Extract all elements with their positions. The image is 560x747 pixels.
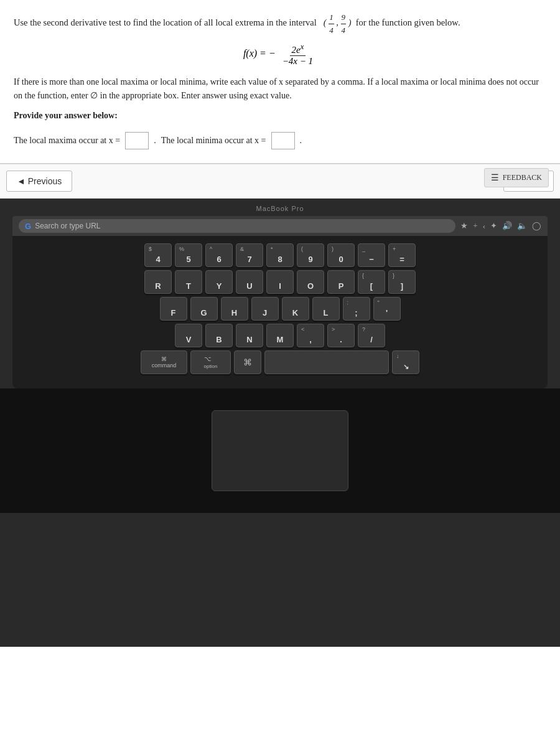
key-v[interactable]: V (175, 324, 202, 347)
macbook-label: MacBook Pro (256, 205, 304, 212)
key-f[interactable]: F (160, 297, 187, 321)
laptop-area: MacBook Pro G Search or type URL ★ + ‹ ✦… (0, 199, 560, 647)
key-gt[interactable]: > . (327, 324, 355, 347)
interval-den2: 4 (341, 24, 347, 37)
navigation-bar: ◄ Previous Next ► (0, 164, 560, 199)
key-j[interactable]: J (251, 297, 279, 321)
key-r[interactable]: R (144, 270, 172, 294)
interval-den1: 4 (329, 24, 334, 37)
key-rbrace[interactable]: } ] (388, 270, 416, 294)
formula-numerator: 2ex (290, 42, 306, 56)
bottom-area (0, 388, 560, 513)
question-area: Use the second derivative test to find t… (0, 0, 560, 164)
local-max-input[interactable] (125, 132, 149, 149)
key-equals[interactable]: + = (388, 243, 416, 267)
key-backslash[interactable]: ↓ ↘ (392, 350, 419, 374)
key-lt[interactable]: < , (297, 324, 324, 347)
period: . (300, 136, 302, 146)
feedback-label: FEEDBACK (503, 173, 542, 182)
search-text: Search or type URL (35, 222, 100, 230)
browser-search-bar[interactable]: G Search or type URL (19, 219, 455, 233)
key-option[interactable]: ⌥option (190, 350, 231, 374)
qwerty-row: R T Y U I O P { [ } ] (22, 270, 538, 294)
key-p[interactable]: P (327, 270, 355, 294)
key-6[interactable]: ^ 6 (205, 243, 233, 267)
volume-icon[interactable]: 🔊 (502, 221, 512, 231)
answer-row: The local maxima occur at x = . The loca… (14, 132, 546, 149)
browser-bar: G Search or type URL ★ + ‹ ✦ 🔊 🔈 ◯ (12, 216, 548, 236)
instruction-text: If there is more than one local maxima o… (14, 75, 546, 102)
key-colon[interactable]: : ; (343, 297, 370, 321)
interval-num1: 1 (329, 11, 334, 24)
key-lbrace[interactable]: { [ (358, 270, 385, 294)
key-l[interactable]: L (312, 297, 340, 321)
key-y[interactable]: Y (205, 270, 233, 294)
number-row: $ 4 % 5 ^ 6 & 7 * 8 (22, 243, 538, 267)
star-icon[interactable]: ★ (460, 221, 468, 231)
profile-icon[interactable]: ◯ (532, 221, 541, 231)
key-cmd-symbol[interactable]: ⌘ (234, 350, 261, 374)
key-5[interactable]: % 5 (175, 243, 202, 267)
browser-actions: ★ + ‹ ✦ 🔊 🔈 ◯ (460, 221, 541, 231)
keyboard-area: $ 4 % 5 ^ 6 & 7 * 8 (12, 236, 548, 388)
question-intro: Use the second derivative test to find t… (14, 11, 546, 36)
key-question[interactable]: ? / (358, 324, 385, 347)
local-min-label: The local minima occur at x = (161, 136, 266, 146)
feedback-icon: ☰ (491, 172, 499, 183)
separator: . (154, 136, 156, 146)
key-4[interactable]: $ 4 (144, 243, 172, 267)
key-i[interactable]: I (266, 270, 294, 294)
key-quote[interactable]: " ' (373, 297, 401, 321)
back-icon[interactable]: ‹ (483, 221, 485, 231)
asdf-row: F G H J K L : ; " ' (22, 297, 538, 321)
local-max-label: The local maxima occur at x = (14, 136, 120, 146)
formula-display: f(x) = − 2ex −4x − 1 (14, 42, 546, 67)
zxcv-row: V B N M < , > . ? / (22, 324, 538, 347)
settings-icon[interactable]: ✦ (490, 221, 497, 231)
key-0[interactable]: ) 0 (327, 243, 355, 267)
interval-num2: 9 (341, 11, 347, 24)
bottom-row: ⌘command ⌥option ⌘ ↓ ↘ (22, 350, 538, 374)
intro-text: Use the second derivative test to find t… (14, 17, 317, 27)
key-space[interactable] (264, 350, 389, 374)
provide-label: Provide your answer below: (14, 111, 546, 121)
interval-notation: ( 1 4 , 9 4 ) (324, 17, 353, 27)
local-min-input[interactable] (271, 132, 295, 149)
trackpad[interactable] (212, 410, 348, 491)
key-m[interactable]: M (266, 324, 294, 347)
google-icon: G (25, 222, 31, 231)
key-t[interactable]: T (175, 270, 202, 294)
mute-icon[interactable]: 🔈 (517, 221, 527, 231)
key-command-left[interactable]: ⌘command (141, 350, 187, 374)
feedback-button[interactable]: ☰ FEEDBACK (484, 168, 549, 187)
key-7[interactable]: & 7 (236, 243, 263, 267)
key-9[interactable]: ( 9 (297, 243, 324, 267)
plus-icon[interactable]: + (473, 221, 477, 231)
key-g[interactable]: G (190, 297, 218, 321)
key-b[interactable]: B (205, 324, 233, 347)
previous-button[interactable]: ◄ Previous (6, 171, 72, 192)
question-suffix: for the function given below. (356, 17, 460, 27)
key-h[interactable]: H (221, 297, 248, 321)
formula-label: f(x) = − 2ex −4x − 1 (243, 48, 317, 59)
key-u[interactable]: U (236, 270, 263, 294)
key-8[interactable]: * 8 (266, 243, 294, 267)
key-minus[interactable]: _ − (358, 243, 385, 267)
key-k[interactable]: K (282, 297, 309, 321)
formula-denominator: −4x − 1 (281, 56, 315, 67)
key-n[interactable]: N (236, 324, 263, 347)
key-o[interactable]: O (297, 270, 324, 294)
